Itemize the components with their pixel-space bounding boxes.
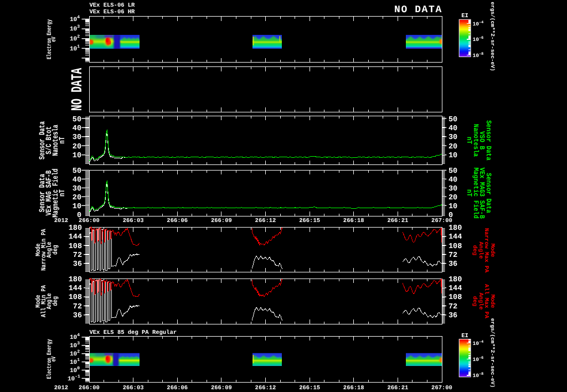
svg-text:40: 40	[73, 125, 81, 133]
svg-text:deg: deg	[471, 296, 478, 307]
svg-text:30: 30	[73, 133, 81, 142]
svg-text:72: 72	[449, 251, 457, 260]
svg-text:180: 180	[449, 276, 462, 284]
svg-text:36: 36	[449, 260, 457, 269]
svg-text:20: 20	[73, 143, 81, 151]
svg-text:nT: nT	[59, 137, 68, 144]
svg-text:266:03: 266:03	[123, 385, 144, 391]
svg-text:10: 10	[73, 203, 81, 211]
svg-text:NO DATA: NO DATA	[69, 68, 86, 111]
svg-text:72: 72	[73, 251, 82, 260]
svg-text:ergs/(cm**2-sr-sec-eV): ergs/(cm**2-sr-sec-eV)	[489, 318, 496, 388]
svg-text:nT: nT	[59, 189, 68, 197]
svg-text:144: 144	[69, 285, 82, 293]
svg-text:40: 40	[449, 176, 457, 184]
svg-text:266:09: 266:09	[211, 218, 232, 224]
svg-text:36: 36	[73, 312, 82, 320]
svg-text:266:15: 266:15	[299, 218, 320, 224]
svg-text:266:12: 266:12	[255, 385, 276, 391]
svg-text:266:06: 266:06	[167, 385, 188, 391]
svg-text:144: 144	[69, 233, 82, 241]
svg-text:EI: EI	[461, 13, 468, 19]
svg-text:deg: deg	[51, 296, 59, 306]
svg-text:266:00: 266:00	[79, 385, 100, 391]
svg-text:144: 144	[449, 285, 462, 293]
svg-text:266:21: 266:21	[387, 385, 408, 391]
svg-text:10: 10	[449, 203, 457, 211]
svg-text:108: 108	[69, 293, 82, 302]
svg-text:10: 10	[73, 152, 81, 160]
svg-text:2012: 2012	[54, 385, 68, 391]
svg-text:Sensor Data: Sensor Data	[484, 120, 492, 161]
svg-text:180: 180	[449, 224, 462, 233]
svg-text:eV: eV	[51, 37, 58, 42]
svg-text:266:00: 266:00	[79, 218, 100, 224]
svg-text:36: 36	[449, 312, 457, 320]
svg-text:nT: nT	[465, 189, 472, 197]
svg-text:180: 180	[69, 224, 82, 233]
svg-text:Magnetic Field: Magnetic Field	[471, 167, 479, 218]
svg-text:50: 50	[449, 167, 457, 176]
svg-text:20: 20	[449, 143, 457, 151]
svg-text:Nanotesla: Nanotesla	[471, 124, 479, 157]
svg-text:144: 144	[449, 233, 462, 241]
svg-text:36: 36	[73, 260, 82, 269]
svg-text:nT: nT	[465, 137, 472, 145]
svg-text:72: 72	[449, 303, 457, 311]
svg-text:72: 72	[73, 303, 82, 311]
svg-text:30: 30	[449, 185, 457, 193]
svg-text:40: 40	[449, 125, 457, 133]
svg-text:108: 108	[69, 243, 82, 251]
svg-text:VSO B: VSO B	[478, 131, 486, 149]
svg-text:EI: EI	[461, 333, 468, 339]
svg-text:40: 40	[73, 176, 81, 184]
svg-text:266:12: 266:12	[255, 218, 276, 224]
svg-text:20: 20	[73, 194, 81, 202]
svg-text:deg: deg	[51, 245, 59, 255]
svg-text:266:21: 266:21	[387, 218, 408, 224]
svg-text:Sensor Data: Sensor Data	[484, 173, 492, 213]
svg-text:20: 20	[449, 194, 457, 202]
svg-text:ergs/(cm**2-sr-sec-eV): ergs/(cm**2-sr-sec-eV)	[489, 2, 496, 71]
svg-text:266:09: 266:09	[211, 385, 232, 391]
svg-text:50: 50	[73, 167, 81, 176]
svg-text:108: 108	[449, 243, 462, 251]
svg-text:266:15: 266:15	[299, 385, 320, 391]
svg-text:50: 50	[449, 116, 457, 124]
svg-text:VEx ELS-06 HR: VEx ELS-06 HR	[90, 9, 136, 16]
svg-text:30: 30	[449, 133, 457, 142]
svg-text:266:18: 266:18	[343, 218, 364, 224]
svg-text:108: 108	[449, 293, 462, 302]
svg-text:10: 10	[449, 152, 457, 160]
svg-text:NO DATA: NO DATA	[394, 4, 442, 16]
svg-text:VEx ELS 85 deg PA Regular: VEx ELS 85 deg PA Regular	[90, 329, 177, 336]
svg-text:VEx MAG3 SAF-B: VEx MAG3 SAF-B	[478, 167, 486, 219]
svg-text:267:00: 267:00	[431, 218, 452, 224]
svg-text:267:00: 267:00	[431, 385, 452, 391]
svg-text:50: 50	[73, 116, 81, 124]
svg-text:eV: eV	[51, 357, 58, 362]
svg-text:180: 180	[69, 276, 82, 284]
svg-text:266:03: 266:03	[123, 218, 144, 224]
svg-text:deg: deg	[471, 245, 478, 256]
svg-text:2012: 2012	[54, 218, 68, 224]
svg-text:266:18: 266:18	[343, 385, 364, 391]
svg-text:266:06: 266:06	[167, 218, 188, 224]
svg-text:30: 30	[73, 185, 81, 193]
svg-text:VEx ELS-06 LR: VEx ELS-06 LR	[90, 2, 136, 9]
